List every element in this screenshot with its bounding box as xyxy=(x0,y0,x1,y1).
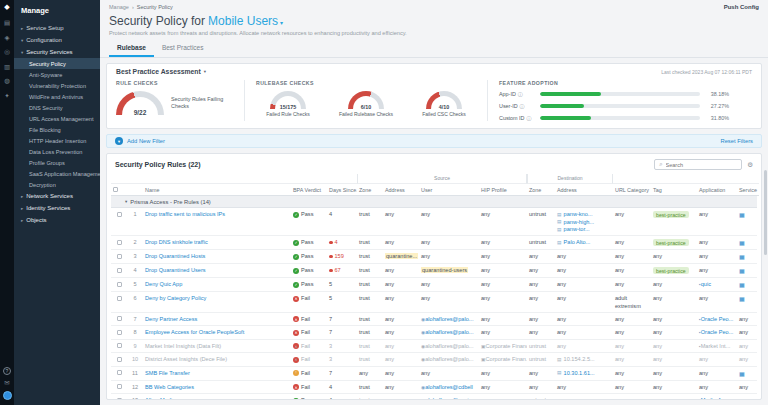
search-box[interactable]: ⌕ xyxy=(654,159,742,170)
column-header-url-category[interactable]: URL Category xyxy=(613,184,651,196)
search-input[interactable] xyxy=(666,162,738,168)
cell-url-category: any xyxy=(613,381,651,393)
address-list: any xyxy=(557,253,611,259)
cell-bpa-verdict: ✓Pass xyxy=(291,208,327,221)
rule-group-row[interactable]: ▾ Prisma Access - Pre Rules (14) xyxy=(111,196,757,208)
filter-icon: ▼ xyxy=(115,137,123,145)
sidebar-item-service-setup[interactable]: ▸Service Setup xyxy=(14,22,100,34)
help-icon[interactable]: ? xyxy=(3,367,11,375)
row-checkbox[interactable] xyxy=(117,370,122,375)
column-header-application[interactable]: Application xyxy=(697,184,737,196)
rule-name-link[interactable]: Drop Quarantined Users xyxy=(145,267,206,273)
table-settings-icon[interactable]: ⚙ xyxy=(747,161,753,169)
column-header-hip-profile[interactable]: HIP Profile xyxy=(479,184,527,196)
sidebar-bottom-items: ▸Network Services▸Identity Services▸Obje… xyxy=(14,190,100,226)
column-header-user[interactable]: User xyxy=(419,184,479,196)
row-checkbox[interactable] xyxy=(117,343,122,348)
sidebar-item-label: SaaS Application Management xyxy=(29,171,100,177)
column-header-days-since[interactable]: Days Since... xyxy=(327,184,357,196)
company-logo-icon[interactable]: ◆ xyxy=(4,3,9,10)
column-header-address[interactable]: Address xyxy=(383,184,419,196)
reset-filters-button[interactable]: Reset Filters xyxy=(720,138,753,144)
layers-icon[interactable]: ✦ xyxy=(4,93,9,100)
select-all-checkbox[interactable] xyxy=(113,187,118,192)
row-checkbox[interactable] xyxy=(117,254,122,259)
scrollbar[interactable] xyxy=(764,170,767,255)
column-label: Address xyxy=(557,187,577,193)
cell-number: 6 xyxy=(127,292,143,304)
cell-number: 8 xyxy=(127,326,143,338)
rule-name-link[interactable]: Drop DNS sinkhole traffic xyxy=(145,239,208,245)
rule-name-link[interactable]: Drop traffic sent to malicious IPs xyxy=(145,211,225,217)
sidebar-item-wildfire-and-antivirus[interactable]: WildFire and Antivirus xyxy=(14,91,100,102)
sidebar-item-data-loss-prevention[interactable]: Data Loss Prevention xyxy=(14,146,100,157)
column-header-bpa-verdict[interactable]: BPA Verdict xyxy=(291,184,327,196)
rule-name-link[interactable]: BB Web Categories xyxy=(145,384,194,390)
sidebar-item-http-header-insertion[interactable]: HTTP Header Insertion xyxy=(14,135,100,146)
sidebar-item-profile-groups[interactable]: Profile Groups xyxy=(14,157,100,168)
push-config-button[interactable]: Push Config xyxy=(724,4,759,10)
breadcrumb-manage[interactable]: Manage xyxy=(109,4,129,10)
fail-icon: ✕ xyxy=(293,316,299,322)
column-header-zone[interactable]: Zone xyxy=(357,184,383,196)
column-header-address[interactable]: Address xyxy=(555,184,613,196)
add-new-filter-button[interactable]: Add New Filter xyxy=(127,138,165,144)
column-header-name[interactable]: Name xyxy=(143,184,291,196)
row-checkbox[interactable] xyxy=(117,282,122,287)
row-checkbox[interactable] xyxy=(117,268,122,273)
zone-value: any xyxy=(529,253,538,259)
rule-name-link[interactable]: Deny Partner Access xyxy=(145,316,197,322)
sidebar-item-url-access-management[interactable]: URL Access Management xyxy=(14,113,100,124)
rule-name-link[interactable]: Employee Access for Oracle PeopleSoft xyxy=(145,329,244,335)
sidebar-item-file-blocking[interactable]: File Blocking xyxy=(14,124,100,135)
panel-header: Best Practice Assessment ▾ Last checked … xyxy=(116,68,752,75)
row-checkbox[interactable] xyxy=(117,240,122,245)
rule-name-link[interactable]: Market Intel Insights (Data Filt) xyxy=(145,343,221,349)
sidebar-item-decryption[interactable]: Decryption xyxy=(14,179,100,190)
tab-best-practices[interactable]: Best Practices xyxy=(154,41,212,57)
row-checkbox[interactable] xyxy=(117,316,122,321)
sidebar-item-security-services[interactable]: ▾ Security Services xyxy=(14,46,100,58)
rule-name-link[interactable]: Deny by Category Policy xyxy=(145,295,206,301)
bell-icon[interactable]: ◍ xyxy=(4,78,10,85)
sidebar-item-network-services[interactable]: ▸Network Services xyxy=(14,190,100,202)
row-checkbox[interactable] xyxy=(117,212,122,217)
rule-name-link[interactable]: Allow Media xyxy=(145,397,175,400)
column-header-service[interactable]: Service xyxy=(737,184,759,196)
address-value: any xyxy=(557,384,566,390)
days-value: 7 xyxy=(329,316,332,322)
chat-icon[interactable]: ✉ xyxy=(4,380,9,387)
grid-icon[interactable]: ▤ xyxy=(4,20,10,27)
sidebar-item-identity-services[interactable]: ▸Identity Services xyxy=(14,202,100,214)
sidebar-item-vulnerability-protection[interactable]: Vulnerability Protection xyxy=(14,80,100,91)
row-checkbox[interactable] xyxy=(117,398,122,400)
url-entry: any xyxy=(615,281,649,287)
rule-name-link[interactable]: Drop Quarantined Hosts xyxy=(145,253,205,259)
rule-name-link[interactable]: Deny Quic App xyxy=(145,281,182,287)
sidebar-item-configuration[interactable]: ▾Configuration xyxy=(14,34,100,46)
monitor-icon[interactable]: ▥ xyxy=(4,64,10,71)
column-header-tag[interactable]: Tag xyxy=(651,184,697,196)
main-area: Manage › Security Policy Push Config Sec… xyxy=(100,0,768,405)
row-checkbox[interactable] xyxy=(117,357,122,362)
pulse-icon[interactable]: ◎ xyxy=(4,49,10,56)
row-checkbox[interactable] xyxy=(117,384,122,389)
sidebar-item-security-policy[interactable]: Security Policy xyxy=(14,58,100,69)
row-checkbox[interactable] xyxy=(117,330,122,335)
title-entity-selector[interactable]: Mobile Users ▾ xyxy=(208,14,283,28)
sidebar-item-dns-security[interactable]: DNS Security xyxy=(14,102,100,113)
user-avatar[interactable] xyxy=(3,391,12,400)
tab-rulebase[interactable]: Rulebase xyxy=(109,41,154,57)
sidebar-item-saas-application-management[interactable]: SaaS Application Management xyxy=(14,168,100,179)
address-value: any xyxy=(385,295,394,301)
sidebar-item-objects[interactable]: ▸Objects xyxy=(14,214,100,226)
cell-source-zone: trust xyxy=(357,326,383,338)
row-checkbox[interactable] xyxy=(117,296,122,301)
url-entry: adult xyxy=(615,295,649,301)
column-header-zone[interactable]: Zone xyxy=(527,184,555,196)
rule-name-link[interactable]: SMB File Transfer xyxy=(145,370,190,376)
collapse-chevron-icon[interactable]: ▾ xyxy=(204,69,206,74)
rule-name-link[interactable]: District Asset Insights (Dece File) xyxy=(145,356,227,362)
shield-icon[interactable]: ◈ xyxy=(5,35,10,42)
sidebar-item-anti-spyware[interactable]: Anti-Spyware xyxy=(14,69,100,80)
